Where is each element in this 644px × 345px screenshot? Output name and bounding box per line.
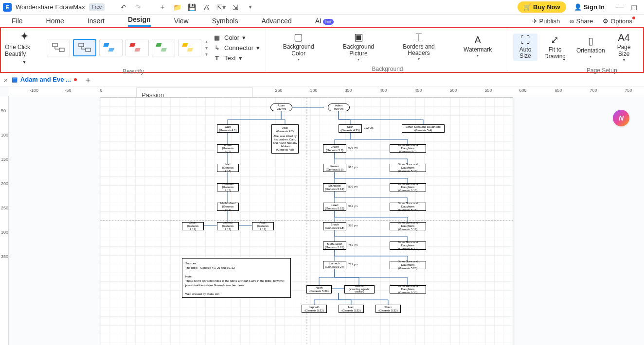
node-kenan[interactable]: Kenan(Genesis 5:9) — [323, 164, 346, 172]
node-mehujael[interactable]: Mehujael(Genesis 4:17) — [217, 183, 239, 191]
menu-design[interactable]: Design — [128, 16, 151, 27]
style-swatch-6[interactable] — [178, 39, 201, 56]
undo-icon[interactable]: ↶ — [118, 2, 129, 13]
node-shem[interactable]: Shem(Genesis 5:32) — [376, 305, 401, 313]
node-zillah[interactable]: Zillah(Genesis 4:19) — [182, 222, 204, 230]
publish-label: Publish — [539, 17, 560, 25]
print-icon[interactable]: 🖨 — [201, 2, 212, 13]
menu-home[interactable]: Home — [46, 17, 64, 27]
redo-icon[interactable]: ↷ — [133, 2, 143, 13]
node-jared[interactable]: Jared(Genesis 5:15) — [323, 203, 346, 211]
node-mahalalel[interactable]: Mahalalel(Genesis 5:12) — [323, 183, 346, 191]
svg-rect-4 — [103, 43, 109, 47]
node-adah[interactable]: Adah(Genesis 4:19) — [252, 222, 274, 230]
node-irad[interactable]: Irad(Genesis 4:18) — [217, 164, 239, 172]
watermark-button[interactable]: AWatermark▾ — [460, 34, 496, 59]
menu-insert[interactable]: Insert — [88, 17, 105, 27]
menu-symbols[interactable]: Symbols — [212, 17, 238, 27]
share-button[interactable]: ∞Share — [570, 17, 593, 25]
page-size-button[interactable]: A4Page Size▾ — [612, 31, 636, 63]
node-enoch1[interactable]: Enoch(Genesis 4:17) — [217, 144, 239, 153]
menu-advanced[interactable]: Advanced — [261, 17, 291, 27]
doc-icon: ▤ — [12, 76, 18, 83]
open-icon[interactable]: 📁 — [172, 2, 182, 13]
ai-float-button[interactable]: N — [613, 110, 629, 126]
node-osd513[interactable]: Other Sons and Daughters(Genesis 5:13) — [390, 183, 426, 191]
options-button[interactable]: ⚙Options — [603, 17, 632, 25]
age-lamech2: 777 yrs — [348, 263, 358, 266]
node-cain[interactable]: Cain(Genesis 4:1) — [217, 124, 239, 133]
background-color-button[interactable]: ▢Background Color▾ — [279, 30, 318, 63]
canvas[interactable]: -100-50025030035040045050055060065070075… — [0, 86, 644, 345]
node-osd526[interactable]: Other Sons and Daughters(Genesis 5:26) — [390, 261, 426, 269]
node-osd530[interactable]: Other Sons and Daughters(Genesis 5:30) — [390, 285, 426, 293]
orientation-label: Orientation — [576, 48, 605, 54]
node-osd519[interactable]: Other Sons and Daughters(Genesis 5:19) — [390, 222, 426, 230]
node-osd54[interactable]: Other Sons and Daughters(Genesis 5:4) — [402, 124, 445, 133]
save-icon[interactable]: 💾 — [186, 2, 197, 13]
orientation-button[interactable]: ▯Orientation▾ — [572, 34, 609, 60]
document-tab[interactable]: ▤ Adam and Eve ... — [12, 76, 77, 83]
drawing-page[interactable]: Adam930 yrs Adam930 yrs Cain(Genesis 4:1… — [100, 97, 513, 345]
menu-view[interactable]: View — [174, 17, 189, 27]
plan-badge: Free — [89, 3, 105, 11]
node-adam-2[interactable]: Adam930 yrs — [328, 104, 350, 111]
fit-to-drawing-button[interactable]: ⤢Fit to Drawing — [540, 33, 570, 61]
node-lamech2[interactable]: Lamech(Genesis 5:27) — [323, 261, 346, 269]
age-enoch2: 365 yrs — [348, 224, 358, 227]
connector-icon: ↳ — [213, 44, 221, 52]
svg-rect-6 — [129, 43, 136, 47]
add-tab-button[interactable]: ＋ — [81, 74, 95, 86]
node-lamech1[interactable]: Lamech(Genesis 4:17) — [217, 222, 239, 230]
menu-ai[interactable]: AIhot — [315, 17, 334, 27]
node-noah[interactable]: Noah(Genesis 5:29) — [306, 285, 332, 293]
menu-file[interactable]: File — [12, 17, 23, 27]
node-ham[interactable]: Ham(Genesis 5:32) — [339, 305, 364, 313]
style-swatch-4[interactable] — [125, 39, 149, 56]
node-japheth[interactable]: Japheth(Genesis 5:32) — [302, 305, 327, 313]
sources-box[interactable]: Sources: The Bible - Genesis 4:1-26 and … — [182, 258, 291, 298]
buy-now-button[interactable]: 🛒Buy Now — [518, 1, 566, 13]
maximize-icon[interactable]: ◻ — [631, 2, 637, 12]
connector-dropdown[interactable]: ↳Connector▾ — [211, 43, 262, 52]
background-picture-button[interactable]: ▣Background Picture▾ — [339, 30, 378, 63]
node-osd510[interactable]: Other Sons and Daughters(Genesis 5:10) — [390, 164, 426, 172]
minimize-icon[interactable]: — — [616, 2, 624, 12]
sign-in-button[interactable]: 👤Sign In — [570, 3, 608, 11]
color-dropdown[interactable]: ▦Color▾ — [211, 33, 262, 42]
import-icon[interactable]: ⇲ — [230, 2, 241, 13]
orientation-icon: ▯ — [588, 35, 593, 47]
node-enoch2[interactable]: Enoch(Genesis 5:18) — [323, 222, 346, 230]
svg-rect-8 — [156, 43, 162, 47]
style-swatch-2[interactable] — [73, 39, 96, 56]
style-swatch-1[interactable] — [47, 39, 70, 56]
borders-headers-button[interactable]: ⌶Borders and Headers▾ — [399, 31, 438, 63]
svg-rect-10 — [182, 43, 188, 47]
swatch-more-icon[interactable]: ▾ — [205, 52, 208, 57]
tabs-chevron-icon[interactable]: » — [4, 76, 8, 84]
style-swatch-5[interactable] — [152, 39, 175, 56]
style-swatch-3[interactable] — [99, 39, 123, 56]
node-methuselah[interactable]: Methuselah(Genesis 5:21) — [323, 242, 346, 250]
swatch-up-icon[interactable]: ▴ — [205, 39, 208, 44]
new-icon[interactable]: ＋ — [157, 2, 168, 13]
node-abel[interactable]: Abel(Genesis 4:2)Abel was killed by his … — [271, 124, 299, 154]
node-adam-1[interactable]: Adam930 yrs — [270, 104, 292, 111]
node-osd516[interactable]: Other Sons and Daughters(Genesis 5:16) — [390, 203, 426, 211]
one-click-beautify-button[interactable]: ✦ One Click Beautify ▾ — [5, 30, 44, 65]
node-seth[interactable]: Seth(Genesis 4:25) — [339, 124, 362, 133]
node-enosh[interactable]: Enosh(Genesis 5:6) — [323, 144, 346, 153]
ocb-label: One Click Beautify — [5, 44, 44, 57]
node-methushael[interactable]: Methushael(Genesis 4:17) — [217, 203, 239, 211]
node-osd522[interactable]: Other Sons and Daughters(Genesis 5:22) — [390, 242, 426, 250]
node-osd57[interactable]: Other Sons and Daughters(Genesis 5:7) — [390, 144, 426, 153]
node-naamah[interactable]: Naamah(according to jewish tradition) — [344, 285, 375, 293]
export-icon[interactable]: ⇱▾ — [215, 2, 226, 13]
options-label: Options — [610, 17, 632, 25]
swatch-down-icon[interactable]: ▾ — [205, 45, 208, 51]
jump-style-button[interactable]: ⌒Jump Style▾ — [639, 30, 644, 64]
publish-button[interactable]: ✈Publish — [532, 17, 560, 25]
qat-more-icon[interactable]: ▾ — [245, 2, 255, 13]
text-dropdown[interactable]: TText▾ — [211, 53, 262, 63]
auto-size-button[interactable]: ⛶Auto Size — [513, 34, 537, 61]
